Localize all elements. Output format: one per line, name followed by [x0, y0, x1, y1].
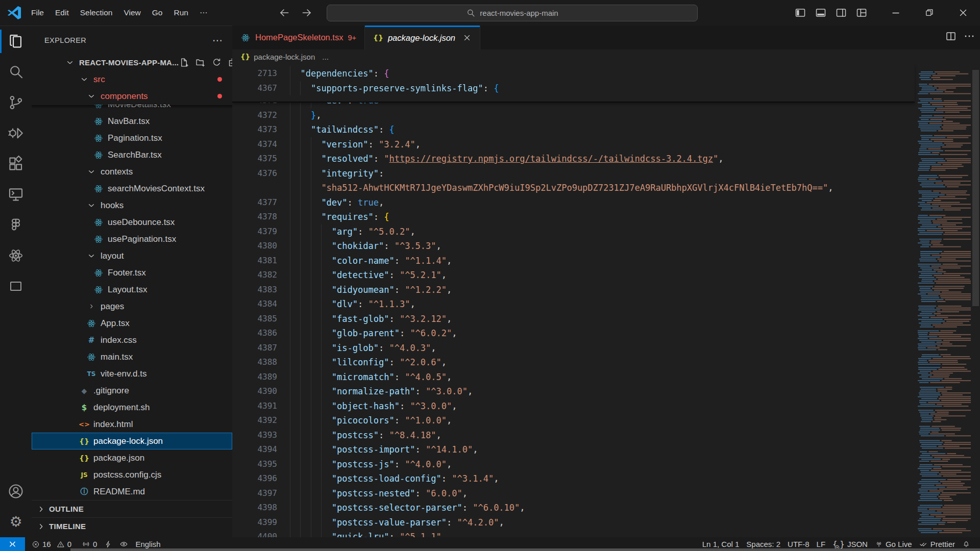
code-line-4377[interactable]: 4377"dev": true, [232, 195, 915, 210]
code-line-4400[interactable]: 4400"quick-lru": "^5.1.1" [232, 530, 915, 537]
tab-package-lock-json[interactable]: {}package-lock.json [365, 26, 480, 50]
tree-file-usepagination-tsx[interactable]: usePagination.tsx [32, 231, 232, 247]
menu-file[interactable]: File [26, 6, 50, 20]
breadcrumb[interactable]: {} package-lock.json ... [232, 49, 980, 64]
split-editor-icon[interactable] [944, 30, 958, 43]
code-line-4379[interactable]: 4379"arg": "^5.0.2", [232, 224, 915, 239]
code-line-4373[interactable]: 4373"tailwindcss": { [232, 122, 915, 137]
code-line-4399[interactable]: 4399"postcss-value-parser": "^4.2.0", [232, 515, 915, 530]
menu-edit[interactable]: Edit [50, 6, 75, 20]
tree-file-pagination-tsx[interactable]: Pagination.tsx [32, 130, 232, 146]
refresh-icon[interactable] [211, 57, 222, 68]
close-button[interactable] [946, 0, 980, 26]
command-center-search[interactable]: react-movies-app-main [327, 5, 698, 21]
layout-sidebar-left-icon[interactable] [792, 5, 808, 21]
code-line-4390[interactable]: 4390"normalize-path": "^3.0.0", [232, 384, 915, 399]
menu-[interactable]: ⋯ [194, 6, 213, 20]
sidebar-more-icon[interactable]: ⋯ [212, 34, 223, 46]
minimize-button[interactable] [879, 0, 913, 26]
code-line-4376[interactable]: 4376"integrity": [232, 166, 915, 181]
code-line-4394[interactable]: 4394"postcss-import": "^14.1.0", [232, 442, 915, 457]
layout-sidebar-right-icon[interactable] [833, 5, 849, 21]
tree-file--gitignore[interactable]: ◆.gitignore [32, 382, 232, 399]
code-line-4389[interactable]: 4389"micromatch": "^4.0.5", [232, 370, 915, 385]
code-line-4387[interactable]: 4387"is-glob": "^4.0.3", [232, 341, 915, 356]
activity-accounts[interactable] [0, 476, 32, 507]
tree-folder-layout[interactable]: layout [32, 247, 232, 264]
activity-frame[interactable] [0, 271, 32, 302]
sticky-scroll[interactable]: 2713"dependencies": {4367"supports-prese… [232, 64, 915, 103]
activity-explorer[interactable] [0, 26, 32, 57]
tree-file-index-css[interactable]: #index.css [32, 332, 232, 348]
tree-root-row[interactable]: REACT-MOVIES-APP-MA... [32, 54, 232, 71]
menu-run[interactable]: Run [168, 6, 193, 20]
more-icon[interactable] [963, 30, 976, 43]
activity-remote-explorer[interactable] [0, 179, 32, 210]
activity-run-debug[interactable] [0, 118, 32, 148]
tree-folder-components[interactable]: components [32, 88, 232, 105]
editor-scrollbar[interactable] [972, 70, 979, 306]
activity-extensions[interactable] [0, 148, 32, 179]
tree-file-package-lock-json[interactable]: {}package-lock.json [32, 433, 232, 449]
menu-view[interactable]: View [118, 6, 146, 20]
code-line-4386[interactable]: 4386"glob-parent": "^6.0.2", [232, 326, 915, 341]
menu-selection[interactable]: Selection [75, 6, 118, 20]
activity-search[interactable] [0, 57, 32, 87]
code-line-4382[interactable]: 4382"detective": "^5.2.1", [232, 268, 915, 283]
code-line-4372[interactable]: 4372}, [232, 108, 915, 123]
activity-source-control[interactable] [0, 87, 32, 118]
tree-folder-pages[interactable]: pages [32, 298, 232, 315]
remote-indicator[interactable] [0, 537, 25, 551]
code-line-4396[interactable]: 4396"postcss-load-config": "^3.1.4", [232, 471, 915, 486]
tree-file-postcss-config-cjs[interactable]: JSpostcss.config.cjs [32, 466, 232, 483]
tree-file-usedebounce-tsx[interactable]: useDebounce.tsx [32, 214, 232, 231]
tree-file-readme-md[interactable]: ⓘREADME.md [32, 483, 232, 500]
activity-react-tools[interactable] [0, 240, 32, 271]
new-folder-icon[interactable] [195, 57, 206, 68]
code-line-4367[interactable]: 4367"supports-preserve-symlinks-flag": { [232, 81, 915, 96]
code-line-2713[interactable]: 2713"dependencies": { [232, 66, 915, 81]
code-line-4391[interactable]: 4391"object-hash": "^3.0.0", [232, 399, 915, 414]
tree-file-moviedetails-tsx[interactable]: MovieDetails.tsx [32, 105, 232, 113]
restore-button[interactable] [913, 0, 946, 26]
code-line-4380[interactable]: 4380"chokidar": "^3.5.3", [232, 239, 915, 254]
editor[interactable]: 4371"dev": true4372},4373"tailwindcss": … [232, 64, 980, 537]
forward-button[interactable] [299, 5, 314, 20]
code-line-wrap[interactable]: "sha512-AhwtHCKMtR71JgeYDaswmZXhPcW9iuI9… [232, 181, 915, 195]
tree-file-package-json[interactable]: {}package.json [32, 449, 232, 466]
code-line-4374[interactable]: 4374"version": "3.2.4", [232, 137, 915, 152]
tree-file-app-tsx[interactable]: App.tsx [32, 315, 232, 332]
tree-file-footer-tsx[interactable]: Footer.tsx [32, 264, 232, 281]
layout-customize-icon[interactable] [853, 5, 870, 21]
code-line-4375[interactable]: 4375"resolved": "https://registry.npmjs.… [232, 152, 915, 166]
tree-file-main-tsx[interactable]: main.tsx [32, 348, 232, 365]
tree-folder-src[interactable]: src [32, 71, 232, 88]
tree-folder-contexts[interactable]: contexts [32, 163, 232, 180]
code-line-4378[interactable]: 4378"requires": { [232, 210, 915, 224]
code-line-4388[interactable]: 4388"lilconfig": "^2.0.6", [232, 355, 915, 370]
menu-go[interactable]: Go [146, 6, 168, 20]
close-tab-icon[interactable] [462, 33, 472, 42]
tab-homepageskeleton-tsx[interactable]: HomePageSkeleton.tsx9+ [232, 26, 365, 49]
code-line-4381[interactable]: 4381"color-name": "^1.1.4", [232, 254, 915, 268]
tree-file-vite-env-d-ts[interactable]: TSvite-env.d.ts [32, 365, 232, 382]
section-outline[interactable]: OUTLINE [32, 500, 232, 517]
tree-file-searchbar-tsx[interactable]: SearchBar.tsx [32, 146, 232, 163]
activity-figma[interactable] [0, 210, 32, 240]
new-file-icon[interactable] [179, 57, 189, 68]
layout-panel-icon[interactable] [813, 5, 829, 21]
tree-file-layout-tsx[interactable]: Layout.tsx [32, 281, 232, 298]
code-line-4398[interactable]: 4398"postcss-selector-parser": "^6.0.10"… [232, 500, 915, 515]
breadcrumb-rest[interactable]: ... [322, 53, 329, 61]
code-line-4383[interactable]: 4383"didyoumean": "^1.2.2", [232, 283, 915, 297]
activity-settings[interactable]: ⚙ [0, 507, 32, 537]
minimap[interactable] [915, 70, 971, 536]
code-line-4395[interactable]: 4395"postcss-js": "^4.0.0", [232, 457, 915, 472]
code-line-4392[interactable]: 4392"picocolors": "^1.0.0", [232, 413, 915, 428]
tree-file-searchmoviescontext-tsx[interactable]: searchMoviesContext.tsx [32, 180, 232, 197]
back-button[interactable] [277, 5, 292, 20]
tree-folder-hooks[interactable]: hooks [32, 197, 232, 214]
code-line-4384[interactable]: 4384"dlv": "^1.1.3", [232, 297, 915, 312]
tree-file-navbar-tsx[interactable]: NavBar.tsx [32, 113, 232, 130]
section-timeline[interactable]: TIMELINE [32, 517, 232, 535]
